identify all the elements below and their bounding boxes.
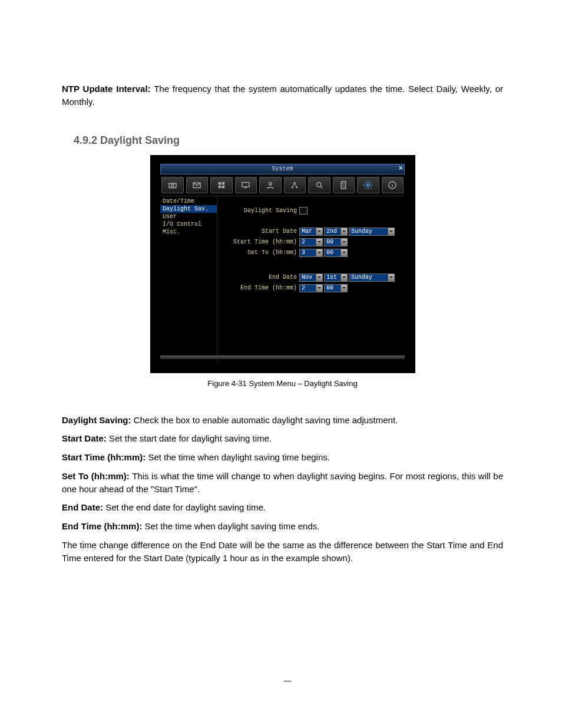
- chevron-down-icon: [316, 285, 322, 292]
- svg-point-9: [269, 182, 272, 185]
- toolbar-btn-camera[interactable]: [161, 177, 184, 193]
- intro-label: NTP Update Interval:: [62, 84, 151, 94]
- chevron-down-icon: [316, 239, 322, 246]
- settings-panel: Daylight Saving Start Date Mar 2nd Sunda…: [217, 196, 405, 361]
- set-to-hh-dropdown[interactable]: 3: [299, 249, 323, 257]
- start-date-label: Start Date: [223, 228, 299, 235]
- def-start-date: Start Date: Set the start date for dayli…: [62, 432, 503, 445]
- start-time-mm-dropdown[interactable]: 00: [324, 238, 348, 246]
- def-start-time: Start Time (hh:mm): Set the time when da…: [62, 451, 503, 464]
- end-time-mm-dropdown[interactable]: 00: [324, 284, 348, 292]
- dst-checkbox[interactable]: [299, 207, 308, 215]
- end-date-ord-dropdown[interactable]: 1st: [324, 274, 348, 282]
- def-end-time: End Time (hh:mm): Set the time when dayl…: [62, 520, 503, 533]
- status-bar: [160, 355, 405, 359]
- end-time-label: End Time (hh:mm): [223, 285, 299, 291]
- start-date-month-dropdown[interactable]: Mar: [299, 228, 323, 236]
- chevron-down-icon: [340, 249, 347, 256]
- toolbar-btn-doc[interactable]: [333, 177, 355, 193]
- set-to-label: Set To (hh:mm): [223, 249, 299, 256]
- def-set-to: Set To (hh:mm): This is what the time wi…: [62, 470, 503, 496]
- dst-label: Daylight Saving: [223, 207, 299, 214]
- chevron-down-icon: [340, 228, 347, 235]
- closing-paragraph: The time change difference on the End Da…: [62, 539, 503, 565]
- toolbar-btn-gear[interactable]: [357, 177, 379, 193]
- toolbar-btn-search[interactable]: [308, 177, 330, 193]
- toolbar-btn-network[interactable]: [284, 177, 306, 193]
- chevron-down-icon: [316, 228, 322, 235]
- chevron-down-icon: [340, 239, 347, 246]
- sidebar-item-io[interactable]: I/O Control: [160, 220, 217, 228]
- section-heading: 4.9.2 Daylight Saving: [74, 134, 503, 147]
- figure-caption: Figure 4-31 System Menu – Daylight Savin…: [150, 379, 415, 388]
- chevron-down-icon: [316, 249, 322, 256]
- sidebar-item-daylight[interactable]: Daylight Sav.: [160, 205, 217, 213]
- definition-list: Daylight Saving: Check the box to enable…: [62, 414, 503, 533]
- section-number: 4.9.2: [74, 134, 97, 146]
- window-title: System: [272, 166, 293, 172]
- page: NTP Update Interval: The frequency that …: [0, 0, 562, 720]
- toolbar-btn-display[interactable]: [235, 177, 257, 193]
- chevron-down-icon: [340, 274, 347, 281]
- set-to-mm-dropdown[interactable]: 00: [324, 249, 348, 257]
- chevron-down-icon: [316, 274, 322, 281]
- close-icon[interactable]: ×: [399, 164, 403, 173]
- def-daylight-saving: Daylight Saving: Check the box to enable…: [62, 414, 503, 427]
- svg-point-13: [316, 182, 321, 187]
- toolbar-btn-grid[interactable]: [210, 177, 233, 193]
- toolbar-btn-info[interactable]: [382, 177, 404, 193]
- svg-point-15: [367, 183, 370, 186]
- svg-rect-3: [219, 182, 222, 185]
- svg-rect-5: [219, 185, 222, 188]
- intro-paragraph: NTP Update Interval: The frequency that …: [62, 83, 503, 108]
- section-title: Daylight Saving: [100, 134, 180, 146]
- svg-rect-6: [222, 185, 225, 188]
- svg-point-1: [171, 184, 174, 187]
- figure-wrapper: System × Date/Time: [150, 155, 415, 388]
- sidebar-item-misc[interactable]: Misc.: [160, 228, 217, 236]
- sidebar: Date/Time Daylight Sav. User I/O Control…: [160, 196, 217, 361]
- toolbar-btn-mail[interactable]: [186, 177, 209, 193]
- toolbar-btn-user[interactable]: [259, 177, 282, 193]
- svg-rect-4: [222, 182, 225, 185]
- chevron-down-icon: [388, 274, 394, 281]
- sidebar-item-user[interactable]: User: [160, 213, 217, 220]
- svg-rect-7: [242, 182, 249, 187]
- chevron-down-icon: [388, 228, 394, 235]
- start-time-hh-dropdown[interactable]: 2: [299, 238, 323, 246]
- page-number: —: [62, 676, 503, 685]
- end-date-label: End Date: [223, 274, 299, 281]
- toolbar: [160, 174, 405, 196]
- end-date-month-dropdown[interactable]: Nov: [299, 274, 323, 282]
- screenshot: System × Date/Time: [150, 155, 415, 373]
- end-time-hh-dropdown[interactable]: 2: [299, 284, 323, 292]
- start-time-label: Start Time (hh:mm): [223, 239, 299, 245]
- sidebar-item-datetime[interactable]: Date/Time: [160, 197, 217, 205]
- start-date-ord-dropdown[interactable]: 2nd: [324, 228, 348, 236]
- svg-rect-8: [245, 187, 247, 188]
- end-date-day-dropdown[interactable]: Sunday: [349, 274, 395, 282]
- window-titlebar: System ×: [160, 164, 405, 174]
- def-end-date: End Date: Set the end date for daylight …: [62, 501, 503, 514]
- chevron-down-icon: [340, 285, 347, 292]
- start-date-day-dropdown[interactable]: Sunday: [349, 228, 395, 236]
